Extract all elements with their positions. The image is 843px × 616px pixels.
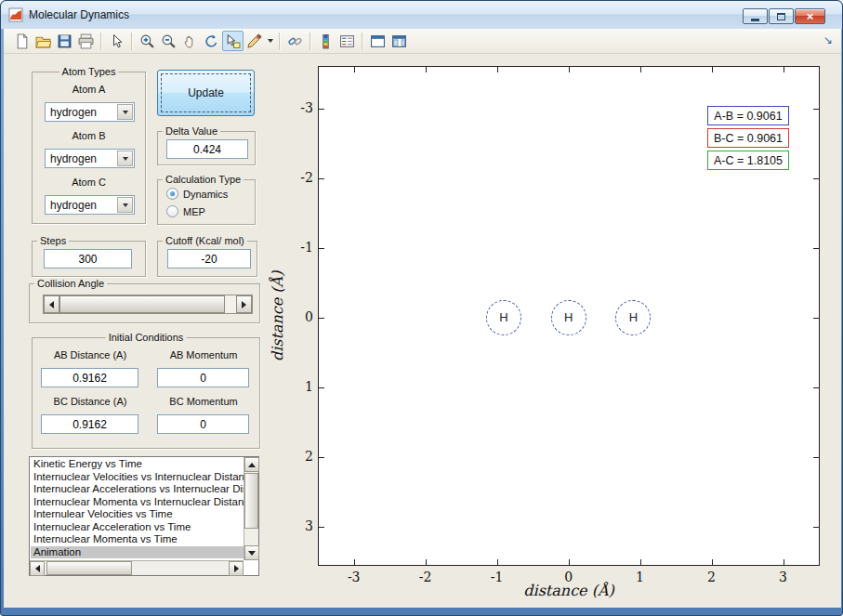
x-tick-mark xyxy=(784,559,784,565)
rotate-3d-button[interactable] xyxy=(201,31,222,51)
y-tick-mark xyxy=(319,457,324,458)
open-file-button[interactable] xyxy=(33,31,54,51)
new-document-button[interactable] xyxy=(11,31,33,51)
print-figure-button[interactable] xyxy=(75,31,97,51)
brush-icon xyxy=(246,33,262,49)
minimize-button[interactable] xyxy=(743,8,768,24)
horizontal-scroll-thumb[interactable] xyxy=(46,561,132,575)
close-button[interactable]: × xyxy=(795,8,825,24)
y-tick-mark xyxy=(813,178,819,179)
data-cursor-icon xyxy=(225,33,241,49)
slider-left-button[interactable] xyxy=(44,295,59,313)
atom-marker: H xyxy=(551,300,586,335)
zoom-out-button[interactable] xyxy=(158,31,179,51)
x-tick-label: -2 xyxy=(407,570,444,584)
update-button[interactable]: Update xyxy=(157,70,255,116)
y-tick-label: 3 xyxy=(289,518,313,533)
ab-distance-input[interactable] xyxy=(41,368,138,387)
radio-selected-icon xyxy=(166,188,178,200)
x-tick-mark xyxy=(712,559,713,565)
atom-b-dropdown-button[interactable] xyxy=(117,151,133,166)
toolbar-separator xyxy=(310,33,311,50)
radio-unselected-icon xyxy=(166,205,178,217)
titlebar[interactable]: Molecular Dynamics × xyxy=(1,1,842,29)
atom-a-dropdown-button[interactable] xyxy=(117,104,133,120)
zoom-out-icon xyxy=(161,33,177,49)
y-tick-label: 2 xyxy=(289,449,313,464)
vertical-scrollbar[interactable] xyxy=(244,457,258,560)
list-item[interactable]: Internuclear Acceleration vs Time xyxy=(31,521,244,534)
maximize-button[interactable] xyxy=(769,8,794,24)
matlab-figure-icon xyxy=(8,7,23,22)
show-plot-tools-button[interactable] xyxy=(389,31,410,51)
y-tick-label: -1 xyxy=(289,240,313,255)
ab-momentum-input[interactable] xyxy=(157,368,249,387)
bc-distance-input[interactable] xyxy=(41,414,138,434)
radio-dynamics-label: Dynamics xyxy=(183,189,228,200)
ab-distance-label: AB Distance (A) xyxy=(34,349,146,360)
save-icon xyxy=(57,33,72,49)
atom-marker: H xyxy=(615,300,651,335)
slider-thumb[interactable] xyxy=(59,295,225,313)
scroll-right-button[interactable] xyxy=(229,561,244,576)
radio-dynamics[interactable]: Dynamics xyxy=(166,187,228,201)
atom-c-select[interactable]: hydrogen xyxy=(45,195,135,215)
y-tick-mark xyxy=(319,387,324,388)
bc-momentum-input[interactable] xyxy=(157,414,249,434)
atom-c-dropdown-button[interactable] xyxy=(117,197,133,213)
plot-area[interactable]: distance (Å) distance (Å) -3-2-10123-3-2… xyxy=(318,66,820,566)
list-item[interactable]: Internuclear Velocities vs Internuclear … xyxy=(31,471,244,484)
vertical-scroll-thumb[interactable] xyxy=(244,473,258,529)
scroll-up-button[interactable] xyxy=(244,457,259,472)
cutoff-input[interactable] xyxy=(167,249,251,269)
atom-b-select[interactable]: hydrogen xyxy=(45,149,135,168)
slider-right-button[interactable] xyxy=(236,295,252,313)
insert-legend-button[interactable] xyxy=(336,31,358,51)
atom-c-value: hydrogen xyxy=(50,199,97,212)
pointer-icon xyxy=(109,33,125,49)
steps-input[interactable] xyxy=(44,249,132,269)
pan-button[interactable] xyxy=(179,31,201,51)
printer-icon xyxy=(78,33,94,49)
zoom-in-button[interactable] xyxy=(137,31,158,51)
atom-a-select[interactable]: hydrogen xyxy=(45,102,135,122)
radio-mep[interactable]: MEP xyxy=(166,204,205,218)
brush-dropdown-button[interactable] xyxy=(265,31,275,51)
hide-plot-tools-button[interactable] xyxy=(367,31,389,51)
x-tick-label: 3 xyxy=(765,570,802,584)
arrow-right-icon xyxy=(234,565,239,572)
arrow-right-icon xyxy=(242,301,246,308)
data-cursor-button[interactable] xyxy=(222,31,244,51)
insert-colorbar-button[interactable] xyxy=(315,31,336,51)
list-item[interactable]: Internuclear Momenta vs Time xyxy=(31,533,244,546)
link-plot-button[interactable] xyxy=(284,31,306,51)
list-item[interactable]: Kinetic Energy vs Time xyxy=(31,458,244,471)
arrow-left-icon xyxy=(49,301,54,308)
x-tick-label: 1 xyxy=(622,570,659,584)
bc-distance-label: BC Distance (A) xyxy=(34,396,146,407)
scroll-down-button[interactable] xyxy=(244,545,259,560)
collision-angle-slider[interactable] xyxy=(43,295,253,314)
edit-plot-button[interactable] xyxy=(106,31,127,51)
toolbar xyxy=(4,29,841,54)
y-tick-mark xyxy=(813,387,819,388)
link-icon xyxy=(287,33,303,49)
list-item[interactable]: Internuclear Accelerations vs Internucle… xyxy=(31,483,244,496)
chevron-down-icon xyxy=(123,111,128,114)
toolbar-separator xyxy=(100,33,102,50)
atom-c-label: Atom C xyxy=(33,177,145,188)
x-tick-mark xyxy=(640,559,641,565)
delta-value-input[interactable] xyxy=(166,139,248,159)
brush-data-button[interactable] xyxy=(244,31,265,51)
y-tick-mark xyxy=(813,527,819,528)
chevron-down-icon xyxy=(268,39,273,43)
list-item[interactable]: Animation xyxy=(31,546,244,559)
list-item[interactable]: Internulear Velocities vs Time xyxy=(31,508,244,521)
x-tick-mark xyxy=(497,67,498,72)
steps-panel: Steps xyxy=(32,241,146,277)
list-item[interactable]: Internuclear Momenta vs Internuclear Dis… xyxy=(31,496,244,509)
dock-figure-icon[interactable]: ↘ xyxy=(823,33,833,46)
horizontal-scrollbar[interactable] xyxy=(30,560,244,575)
save-figure-button[interactable] xyxy=(54,31,75,51)
scroll-left-button[interactable] xyxy=(30,561,45,576)
